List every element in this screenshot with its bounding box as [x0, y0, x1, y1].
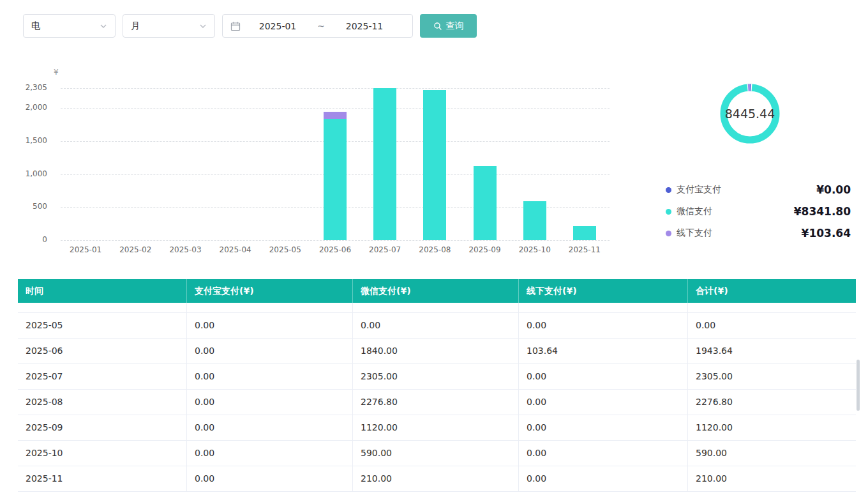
legend-amount: ¥0.00 [816, 183, 851, 196]
table-cell: 0.00 [519, 313, 688, 338]
chevron-down-icon [100, 22, 107, 30]
table-row: 2025-090.001120.000.001120.00 [18, 415, 856, 441]
table-cell: 0.00 [187, 339, 353, 363]
donut-chart: 8445.44 [719, 83, 781, 144]
table-cell: 0.00 [519, 390, 688, 415]
y-tick-label: 1,000 [1, 169, 47, 178]
y-axis-tick-labels: 05001,0001,5002,0002,305 [6, 88, 52, 240]
legend-label: 微信支付 [677, 206, 712, 217]
query-button-label: 查询 [446, 20, 464, 32]
table-cell: 0.00 [187, 390, 353, 415]
x-axis-tick-labels: 2025-012025-022025-032025-042025-052025-… [61, 245, 610, 257]
table-cell: 0.00 [519, 441, 688, 466]
table-cell: 1943.64 [688, 339, 856, 363]
table-vertical-scrollbar[interactable] [857, 360, 860, 411]
x-tick-label: 2025-10 [510, 245, 560, 254]
table-header-wechat: 微信支付(¥) [353, 279, 519, 303]
alipay-dot-icon [666, 187, 671, 193]
table-cell: 0.00 [519, 364, 688, 389]
payment-statistics-page: 电 月 2025-01 ~ 2025-11 查询 ¥ 05001,0001,50… [0, 0, 868, 504]
table-cell: 210.00 [688, 466, 856, 491]
x-tick-label: 2025-03 [160, 245, 210, 254]
table-cell: 2305.00 [353, 364, 519, 389]
y-tick-label: 1,500 [1, 136, 47, 145]
table-cell: 0.00 [519, 466, 688, 491]
table-cell: 2276.80 [688, 390, 856, 415]
legend-item-offline: 线下支付 ¥103.64 [666, 226, 851, 240]
table-body: 2025-050.000.000.000.002025-060.001840.0… [18, 303, 856, 492]
table-cell: 0.00 [353, 313, 519, 338]
table-header-time: 时间 [18, 279, 187, 303]
table-cell: 0.00 [187, 466, 353, 491]
date-end-input[interactable]: 2025-11 [334, 21, 395, 31]
table-cell: 2305.00 [688, 364, 856, 389]
x-tick-label: 2025-07 [360, 245, 410, 254]
table-cell: 590.00 [688, 441, 856, 466]
bar-segment-微信支付 [373, 88, 396, 240]
table-row-partial [18, 303, 856, 313]
legend-amount: ¥103.64 [802, 227, 851, 240]
y-tick-label: 2,000 [1, 103, 47, 112]
bar-segment-微信支付 [324, 119, 347, 240]
offline-dot-icon [666, 231, 671, 236]
period-select[interactable]: 月 [123, 14, 215, 38]
gridline [61, 240, 610, 241]
table-cell: 2276.80 [353, 390, 519, 415]
table-header-total: 合计(¥) [688, 279, 856, 303]
table-cell: 0.00 [187, 313, 353, 338]
bar-segment-微信支付 [474, 166, 497, 240]
x-tick-label: 2025-05 [260, 245, 310, 254]
date-range-separator: ~ [308, 21, 334, 31]
table-row: 2025-060.001840.00103.641943.64 [18, 339, 856, 364]
bar-segment-线下支付 [324, 112, 347, 119]
payments-table: 时间 支付宝支付(¥) 微信支付(¥) 线下支付(¥) 合计(¥) 2025-0… [18, 279, 856, 492]
table-header-alipay: 支付宝支付(¥) [187, 279, 353, 303]
table-row: 2025-080.002276.800.002276.80 [18, 390, 856, 415]
y-tick-label: 2,305 [1, 83, 47, 92]
category-select[interactable]: 电 [23, 14, 116, 38]
table-row: 2025-070.002305.000.002305.00 [18, 364, 856, 390]
table-header-offline: 线下支付(¥) [519, 279, 688, 303]
gridline [61, 108, 610, 109]
period-select-value: 月 [131, 20, 140, 32]
table-header-row: 时间 支付宝支付(¥) 微信支付(¥) 线下支付(¥) 合计(¥) [18, 279, 856, 303]
table-cell: 210.00 [353, 466, 519, 491]
table-cell: 2025-11 [18, 466, 187, 491]
gridline [61, 88, 610, 89]
date-range-picker[interactable]: 2025-01 ~ 2025-11 [222, 14, 413, 38]
bar-segment-微信支付 [573, 226, 596, 240]
x-tick-label: 2025-08 [410, 245, 460, 254]
table-cell: 2025-07 [18, 364, 187, 389]
legend-item-wechat: 微信支付 ¥8341.80 [666, 204, 851, 218]
query-button[interactable]: 查询 [420, 14, 477, 38]
table-cell: 0.00 [187, 364, 353, 389]
table-cell: 590.00 [353, 441, 519, 466]
calendar-icon [230, 21, 241, 31]
table-cell: 2025-10 [18, 441, 187, 466]
x-tick-label: 2025-09 [460, 245, 509, 254]
table-cell: 2025-08 [18, 390, 187, 415]
legend-amount: ¥8341.80 [794, 205, 851, 218]
table-cell: 0.00 [187, 415, 353, 440]
search-icon [433, 22, 442, 31]
chevron-down-icon [199, 22, 207, 30]
y-axis-unit-label: ¥ [54, 68, 59, 77]
table-cell: 103.64 [519, 339, 688, 363]
bar-segment-微信支付 [523, 201, 546, 240]
table-cell: 0.00 [187, 441, 353, 466]
bar-chart-plot [61, 88, 610, 240]
x-tick-label: 2025-06 [310, 245, 360, 254]
table-cell: 2025-05 [18, 313, 187, 338]
bar-segment-微信支付 [423, 90, 446, 240]
table-cell: 0.00 [688, 313, 856, 338]
y-tick-label: 500 [1, 202, 47, 211]
date-start-input[interactable]: 2025-01 [247, 21, 308, 31]
x-tick-label: 2025-11 [560, 245, 610, 254]
legend-item-alipay: 支付宝支付 ¥0.00 [666, 183, 851, 197]
table-cell: 2025-06 [18, 339, 187, 363]
table-cell: 1840.00 [353, 339, 519, 363]
table-row: 2025-050.000.000.000.00 [18, 313, 856, 339]
table-cell: 1120.00 [353, 415, 519, 440]
table-row: 2025-100.00590.000.00590.00 [18, 441, 856, 466]
table-cell: 1120.00 [688, 415, 856, 440]
